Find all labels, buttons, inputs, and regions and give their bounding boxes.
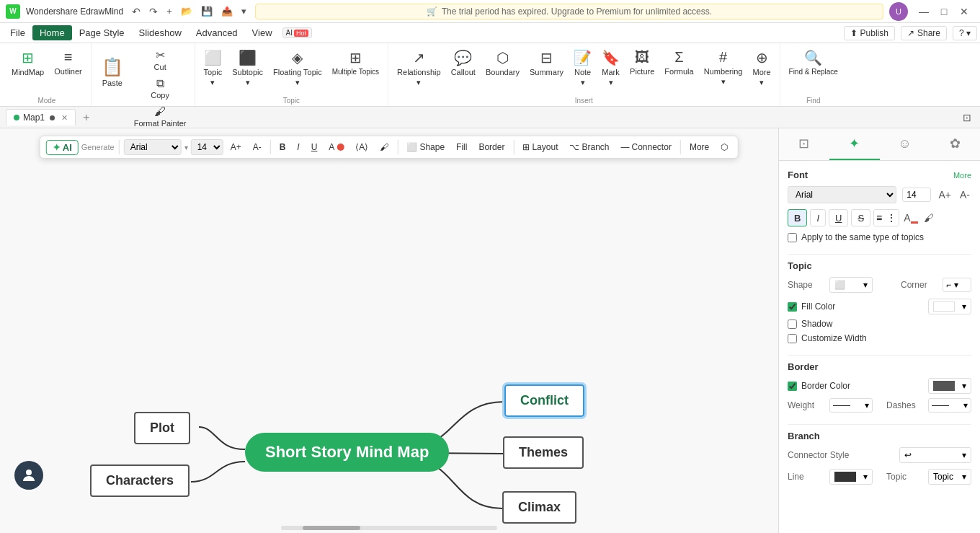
- ribbon-btn-note[interactable]: 📝 Note ▾: [569, 46, 596, 90]
- ft-brush-button[interactable]: 🖌: [375, 140, 393, 154]
- ribbon-btn-relationship[interactable]: ↗ Relationship ▾: [393, 46, 445, 90]
- ribbon-btn-more[interactable]: ⊕ More ▾: [748, 46, 775, 90]
- ribbon-btn-formula[interactable]: Σ Formula: [660, 46, 698, 79]
- more-title-button[interactable]: ▾: [239, 4, 249, 19]
- ft-more-button[interactable]: More: [685, 140, 713, 154]
- canvas[interactable]: ✦ AI Generate Arial Times New Roman Cali…: [0, 128, 778, 533]
- ribbon-btn-mindmap[interactable]: ⊞ MindMap: [7, 46, 48, 79]
- ft-connector-button[interactable]: — Connector: [617, 140, 676, 154]
- ft-highlight-button[interactable]: ⟨A⟩: [351, 140, 373, 154]
- horizontal-scrollbar[interactable]: [281, 526, 497, 530]
- panel-tab-theme[interactable]: ✿: [930, 128, 980, 160]
- panel-tab-emoji[interactable]: ☺: [880, 128, 930, 160]
- ft-fill-button[interactable]: Fill: [452, 140, 471, 154]
- shadow-checkbox[interactable]: [788, 320, 797, 329]
- help-button[interactable]: ? ▾: [953, 26, 977, 40]
- fill-color-checkbox[interactable]: [788, 302, 797, 312]
- fill-color-swatch[interactable]: ▾: [928, 299, 971, 314]
- minimize-button[interactable]: —: [914, 1, 934, 22]
- ribbon-btn-floating-topic[interactable]: ◈ Floating Topic ▾: [269, 46, 326, 90]
- ribbon-btn-format-painter[interactable]: 🖌 Format Painter: [130, 103, 190, 130]
- ribbon-btn-mark[interactable]: 🔖 Mark ▾: [597, 46, 624, 90]
- mindmap-center-node[interactable]: Short Story Mind Map: [245, 433, 449, 472]
- ft-branch-button[interactable]: ⌥ Branch: [565, 140, 613, 154]
- menu-home[interactable]: Home: [32, 25, 72, 40]
- scrollbar-thumb[interactable]: [303, 526, 360, 530]
- panel-font-decrease-btn[interactable]: A-: [958, 188, 971, 202]
- ft-font-decrease-button[interactable]: A-: [249, 140, 266, 154]
- ribbon-btn-outliner[interactable]: ≡ Outliner: [50, 46, 86, 79]
- new-tab-button[interactable]: +: [164, 4, 175, 19]
- ft-layout-button[interactable]: ⊞ Layout: [518, 140, 562, 154]
- tab-map1[interactable]: Map1 ✕: [6, 109, 76, 125]
- panel-align-left-btn[interactable]: ≡: [874, 210, 884, 226]
- ai-menu-item[interactable]: AI Hot: [282, 27, 312, 38]
- panel-italic-btn[interactable]: I: [810, 209, 826, 226]
- ft-font-size-select[interactable]: 14 12 16 18: [191, 139, 223, 155]
- menu-file[interactable]: File: [3, 25, 32, 40]
- ft-bold-button[interactable]: B: [275, 140, 290, 154]
- ribbon-btn-summary[interactable]: ⊟ Summary: [525, 46, 568, 79]
- ft-expand-button[interactable]: ⬡: [716, 140, 732, 154]
- ft-shape-button[interactable]: ⬜ Shape: [402, 140, 449, 154]
- mindmap-node-themes[interactable]: Themes: [503, 436, 584, 469]
- panel-highlight-btn[interactable]: 🖌: [922, 209, 935, 226]
- font-section-more[interactable]: More: [953, 171, 971, 180]
- connector-style-select[interactable]: ↩ ▾: [899, 447, 971, 463]
- weight-select[interactable]: —— ▾: [829, 398, 873, 413]
- ribbon-btn-boundary[interactable]: ⬡ Boundary: [481, 46, 524, 79]
- maximize-button[interactable]: □: [934, 1, 954, 22]
- publish-button[interactable]: ⬆ Publish: [844, 26, 895, 40]
- mindmap-node-plot[interactable]: Plot: [134, 412, 190, 444]
- add-tab-button[interactable]: +: [79, 110, 94, 125]
- ribbon-btn-copy[interactable]: ⧉ Copy: [130, 75, 190, 102]
- ribbon-btn-numbering[interactable]: # Numbering ▾: [700, 46, 747, 89]
- ribbon-btn-topic[interactable]: ⬜ Topic ▾: [200, 46, 227, 90]
- panel-strikethrough-btn[interactable]: S: [851, 209, 870, 226]
- user-presence-avatar[interactable]: [14, 461, 43, 490]
- menu-advanced[interactable]: Advanced: [189, 25, 245, 40]
- save-button[interactable]: 💾: [198, 4, 215, 19]
- mindmap-node-conflict[interactable]: Conflict: [504, 384, 584, 417]
- customize-width-checkbox[interactable]: [788, 334, 797, 343]
- panel-font-color-btn[interactable]: A: [902, 209, 919, 226]
- panel-align-center-btn[interactable]: ⋮: [884, 210, 899, 226]
- ribbon-btn-callout[interactable]: 💬 Callout: [447, 46, 480, 79]
- panel-underline-btn[interactable]: U: [829, 209, 848, 226]
- ft-underline-button[interactable]: U: [307, 140, 322, 154]
- corner-select[interactable]: ⌐ ▾: [943, 278, 971, 292]
- ft-border-button[interactable]: Border: [474, 140, 509, 154]
- ft-ai-button[interactable]: ✦ AI: [46, 140, 79, 155]
- trial-banner[interactable]: 🛒 The trial period has expired. Upgrade …: [255, 4, 883, 19]
- ribbon-btn-cut[interactable]: ✂ Cut: [130, 46, 190, 74]
- ft-font-family-select[interactable]: Arial Times New Roman Calibri: [124, 139, 182, 155]
- mindmap-node-characters[interactable]: Characters: [90, 464, 190, 497]
- ribbon-btn-picture[interactable]: 🖼 Picture: [625, 46, 659, 79]
- mindmap-node-climax[interactable]: Climax: [502, 491, 576, 524]
- ft-font-color-button[interactable]: A: [324, 140, 348, 154]
- close-button[interactable]: ✕: [954, 1, 974, 22]
- ft-italic-button[interactable]: I: [293, 140, 303, 154]
- panel-font-family-select[interactable]: Arial Times New Roman: [788, 186, 896, 203]
- panel-tab-style[interactable]: ⊡: [779, 128, 829, 160]
- open-button[interactable]: 📂: [178, 4, 195, 19]
- ft-font-increase-button[interactable]: A+: [226, 140, 246, 154]
- tab-close-icon[interactable]: ✕: [61, 113, 68, 123]
- apply-same-type-checkbox[interactable]: [788, 233, 797, 242]
- border-color-swatch[interactable]: ▾: [928, 378, 971, 394]
- dashes-select[interactable]: —— ▾: [928, 398, 971, 413]
- line-color-select[interactable]: ▾: [829, 469, 873, 485]
- ribbon-btn-find-replace[interactable]: 🔍 Find & Replace: [785, 46, 842, 79]
- user-avatar[interactable]: U: [889, 2, 908, 21]
- menu-view[interactable]: View: [245, 25, 280, 40]
- undo-button[interactable]: ↶: [129, 4, 143, 19]
- ribbon-btn-multiple-topics[interactable]: ⊞ Multiple Topics: [328, 46, 383, 79]
- redo-button[interactable]: ↷: [146, 4, 161, 19]
- menu-page-style[interactable]: Page Style: [72, 25, 132, 40]
- menu-slideshow[interactable]: Slideshow: [132, 25, 189, 40]
- topic-type-select[interactable]: Topic ▾: [928, 469, 971, 485]
- panel-bold-btn[interactable]: B: [788, 209, 807, 226]
- panel-font-size-input[interactable]: [902, 188, 931, 202]
- tab-expand-icon[interactable]: ⊡: [960, 109, 974, 126]
- panel-tab-ai[interactable]: ✦: [829, 128, 880, 160]
